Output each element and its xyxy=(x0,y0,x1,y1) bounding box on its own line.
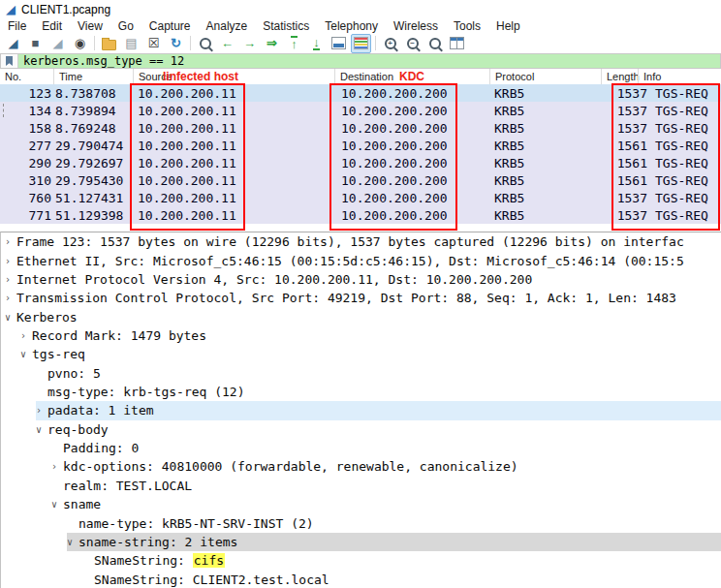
next-packet-icon[interactable]: → xyxy=(239,34,260,53)
title-bar: ◢ CLIENT1.pcapng xyxy=(0,0,721,18)
menu-tools[interactable]: Tools xyxy=(446,19,488,33)
colorize-packets-icon[interactable] xyxy=(351,34,371,53)
stop-capture-icon[interactable]: ■ xyxy=(25,34,46,53)
packet-row[interactable]: 310 29.795430 10.200.200.11 10.200.200.2… xyxy=(0,171,721,189)
infected-host-annotation: Iinfected host xyxy=(163,70,238,83)
menu-go[interactable]: Go xyxy=(110,19,141,33)
auto-scroll-icon[interactable] xyxy=(329,34,349,53)
reload-file-icon[interactable]: ↻ xyxy=(166,34,186,53)
toolbar-separator xyxy=(190,36,191,50)
cifs-highlight: cifs xyxy=(193,553,225,568)
expand-arrow-icon[interactable]: › xyxy=(51,461,63,472)
packet-row[interactable]: 123 8.738708 10.200.200.11 10.200.200.20… xyxy=(0,84,721,102)
packet-list-header: No. Time Source Destination Protocol Len… xyxy=(0,69,721,85)
zoom-in-icon[interactable]: + xyxy=(380,34,400,53)
packet-row[interactable]: 771 51.129398 10.200.200.11 10.200.200.2… xyxy=(0,206,721,224)
detail-line-ip[interactable]: ›Internet Protocol Version 4, Src: 10.20… xyxy=(1,270,721,289)
menu-analyze[interactable]: Analyze xyxy=(199,19,256,33)
detail-line-snamestring-client2[interactable]: SNameString: CLIENT2.test.local xyxy=(1,570,721,588)
detail-line-padata[interactable]: ›padata: 1 item xyxy=(1,401,721,419)
zoom-normal-icon[interactable] xyxy=(424,34,445,53)
wireshark-logo-icon: ◢ xyxy=(6,3,16,15)
open-file-icon[interactable] xyxy=(99,34,119,53)
expand-arrow-icon[interactable]: › xyxy=(36,405,47,416)
collapse-arrow-icon[interactable]: ∨ xyxy=(5,312,16,323)
find-packet-icon[interactable] xyxy=(195,34,215,53)
detail-line-sname[interactable]: ∨sname xyxy=(1,495,721,513)
column-header-protocol[interactable]: Protocol xyxy=(489,69,601,84)
detail-line-tgs-req[interactable]: ∨tgs-req xyxy=(1,345,721,363)
filter-bookmark-icon[interactable] xyxy=(1,54,18,68)
display-filter-input[interactable]: kerberos.msg_type == 12 xyxy=(18,54,720,68)
resize-columns-icon[interactable] xyxy=(447,34,467,53)
window-title: CLIENT1.pcapng xyxy=(21,3,110,16)
start-capture-icon[interactable]: ◢ xyxy=(3,34,23,53)
detail-line-realm[interactable]: realm: TEST.LOCAL xyxy=(1,477,721,495)
packet-row[interactable]: 760 51.127431 10.200.200.11 10.200.200.2… xyxy=(0,189,721,206)
expand-arrow-icon[interactable]: › xyxy=(5,256,16,266)
detail-line-ethernet[interactable]: ›Ethernet II, Src: Microsof_c5:46:15 (00… xyxy=(1,251,721,269)
previous-packet-icon[interactable]: ← xyxy=(217,34,237,53)
collapse-arrow-icon[interactable]: ∨ xyxy=(67,537,78,547)
restart-capture-icon[interactable]: ◢ xyxy=(47,34,68,53)
packet-list: 123 8.738708 10.200.200.11 10.200.200.20… xyxy=(0,84,721,224)
save-file-icon[interactable]: ▤ xyxy=(121,34,141,53)
detail-line-tcp[interactable]: ›Transmission Control Protocol, Src Port… xyxy=(1,289,721,307)
detail-line-frame[interactable]: ›Frame 123: 1537 bytes on wire (12296 bi… xyxy=(1,232,721,251)
capture-options-icon[interactable]: ◉ xyxy=(70,34,90,53)
detail-line-record-mark[interactable]: ›Record Mark: 1479 bytes xyxy=(1,326,721,345)
detail-line-padding[interactable]: Padding: 0 xyxy=(1,439,721,457)
wireshark-window: ◢ CLIENT1.pcapng File Edit View Go Captu… xyxy=(0,0,721,588)
detail-line-snamestring-cifs[interactable]: SNameString: cifs xyxy=(1,551,721,570)
toolbar-separator xyxy=(94,36,95,50)
column-header-no[interactable]: No. xyxy=(0,69,53,84)
collapse-arrow-icon[interactable]: ∨ xyxy=(36,424,47,435)
menu-wireless[interactable]: Wireless xyxy=(386,19,446,33)
detail-line-req-body[interactable]: ∨req-body xyxy=(1,420,721,439)
menu-statistics[interactable]: Statistics xyxy=(255,19,317,33)
packet-row[interactable]: 158 8.769248 10.200.200.11 10.200.200.20… xyxy=(0,119,721,137)
expand-arrow-icon[interactable]: › xyxy=(5,274,16,285)
goto-packet-icon[interactable]: ⇒ xyxy=(262,34,282,53)
last-packet-icon[interactable]: ↓ xyxy=(306,34,327,53)
menu-help[interactable]: Help xyxy=(488,19,528,33)
collapse-arrow-icon[interactable]: ∨ xyxy=(20,349,32,359)
packet-detail-pane: ›Frame 123: 1537 bytes on wire (12296 bi… xyxy=(0,232,721,588)
menu-view[interactable]: View xyxy=(70,19,110,33)
menu-file[interactable]: File xyxy=(0,19,34,33)
expand-arrow-icon[interactable]: › xyxy=(5,293,16,303)
close-file-icon[interactable]: ☒ xyxy=(143,34,164,53)
main-toolbar: ◢ ■ ◢ ◉ ▤ ☒ ↻ ← → ⇒ ↑ ↓ + − xyxy=(2,33,719,54)
menu-capture[interactable]: Capture xyxy=(141,19,199,33)
column-header-time[interactable]: Time xyxy=(53,69,133,84)
detail-line-msg-type[interactable]: msg-type: krb-tgs-req (12) xyxy=(1,383,721,401)
packet-row[interactable]: 290 29.792697 10.200.200.11 10.200.200.2… xyxy=(0,154,721,171)
expand-arrow-icon[interactable]: › xyxy=(5,236,16,247)
detail-line-kerberos[interactable]: ∨Kerberos xyxy=(1,307,721,325)
toolbar-separator xyxy=(375,36,376,50)
packet-row[interactable]: 134 8.739894 10.200.200.11 10.200.200.20… xyxy=(0,102,721,119)
detail-line-sname-string[interactable]: ∨sname-string: 2 items xyxy=(1,533,721,551)
packet-row[interactable]: 277 29.790474 10.200.200.11 10.200.200.2… xyxy=(0,137,721,154)
detail-line-name-type[interactable]: name-type: kRB5-NT-SRV-INST (2) xyxy=(1,513,721,532)
menu-bar: File Edit View Go Capture Analyze Statis… xyxy=(0,18,721,33)
column-header-length[interactable]: Length xyxy=(601,69,638,84)
zoom-out-icon[interactable]: − xyxy=(402,34,423,53)
kdc-annotation: KDC xyxy=(399,70,424,83)
collapse-arrow-icon[interactable]: ∨ xyxy=(51,499,63,510)
column-header-info[interactable]: Info xyxy=(638,69,721,84)
first-packet-icon[interactable]: ↑ xyxy=(284,34,304,53)
menu-telephony[interactable]: Telephony xyxy=(317,19,386,33)
detail-line-kdc-options[interactable]: ›kdc-options: 40810000 (forwardable, ren… xyxy=(1,457,721,476)
detail-line-pvno[interactable]: pvno: 5 xyxy=(1,364,721,383)
display-filter-bar: kerberos.msg_type == 12 xyxy=(0,53,721,69)
expand-arrow-icon[interactable]: › xyxy=(20,330,32,341)
menu-edit[interactable]: Edit xyxy=(34,19,70,33)
